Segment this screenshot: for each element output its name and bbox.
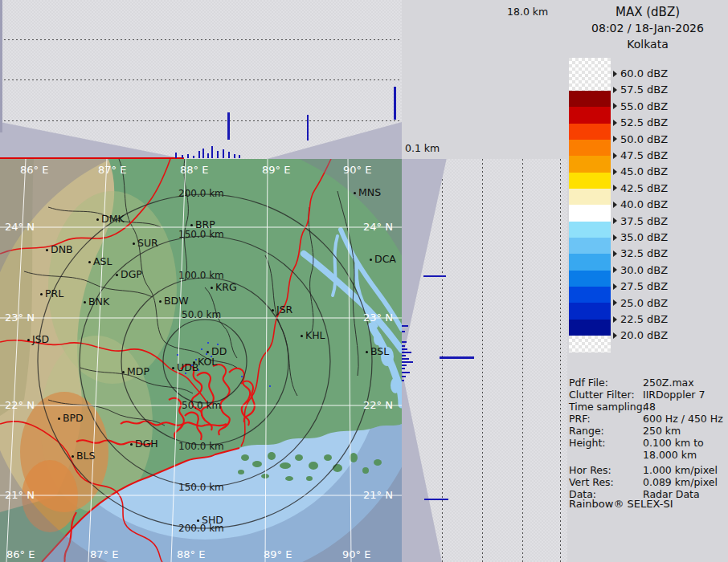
echo-height-bar [307,115,309,140]
legend-colorbar [569,58,611,353]
echo-height-bar [394,87,396,120]
legend-level-label: 47.5 dBZ [620,149,668,161]
echo-tick [402,376,406,377]
echo-tick [402,372,410,373]
echo-tick [402,331,405,332]
echo-tick [402,364,407,366]
station-dot [46,249,48,251]
info-label: Clutter Filter: [569,389,635,401]
level-marker-icon [613,87,617,93]
station-dot [301,335,303,337]
legend-level: 25.0 dBZ [613,297,668,309]
echo-tick [175,153,177,158]
station-label: BNK [88,297,109,307]
echo-tick [402,352,411,353]
legend-level: 42.5 dBZ [613,182,668,194]
latitude-label: 21° N [5,490,35,500]
legend-band [569,222,611,238]
height-gridline [442,159,443,562]
legend-level: 60.0 dBZ [613,67,668,79]
range-ring-label: 200.0 km [178,189,224,199]
info-value: 250Z.max [643,377,694,389]
station-label: BSL [370,347,389,356]
legend-level: 20.0 dBZ [613,329,668,341]
radar-echo-dot [206,353,207,355]
echo-tick [223,149,224,158]
info-value: 0.100 km to [643,437,704,449]
station-label: BRP [195,220,215,230]
level-marker-icon [613,267,617,273]
info-value: 0.089 km/pixel [643,476,718,488]
legend-level: 37.5 dBZ [613,215,668,227]
echo-tick [228,152,230,158]
station-dot [211,287,213,289]
radar-echo-dot [191,364,193,366]
echo-tick [193,156,194,158]
range-ring-label: 50.0 km [182,401,221,411]
radar-application-window: { "header": { "product": "MAX (dBZ)", "d… [0,0,728,562]
legend-level-label: 52.5 dBZ [620,116,668,128]
info-value: 18.000 km [643,449,697,461]
longitude-label: 88° E [177,549,205,560]
info-label: Data: [569,488,596,500]
legend-level-label: 57.5 dBZ [620,83,668,96]
legend-level-label: 55.0 dBZ [620,100,668,112]
info-label: Height: [569,437,606,449]
station-label: DNB [51,245,73,255]
legend-band-below-min [569,336,611,352]
echo-height-dash [424,499,448,500]
legend-level: 57.5 dBZ [613,83,668,96]
height-gridline [0,79,402,80]
echo-tick [239,155,240,158]
product-title: MAX (dBZ) [567,5,728,19]
level-marker-icon [613,316,617,323]
legend-level: 22.5 dBZ [613,313,668,325]
legend-band [569,124,611,140]
beam-blind-zone-bottom [402,369,444,562]
legend-band [569,238,611,254]
range-ring-label: 150.0 km [178,483,224,493]
echo-tick [202,149,204,158]
level-marker-icon [613,299,617,306]
station-label: SHD [202,515,223,525]
beam-blind-zone-right [267,120,402,159]
station-dot [190,224,193,226]
legend-band [569,107,611,123]
legend-level: 40.0 dBZ [613,198,668,210]
legend-level: 35.0 dBZ [613,231,668,243]
legend-band [569,189,611,205]
info-value: 250 km [643,425,681,437]
radar-echo-dot [185,373,186,374]
range-ring-label: 100.0 km [178,271,224,281]
station-dot [133,242,135,245]
echo-tick [402,368,405,369]
echo-tick [402,358,409,360]
info-value: 1.000 km/pixel [643,464,718,476]
echo-tick [402,341,407,343]
echo-tick [402,325,408,327]
station-label: JSD [32,335,49,344]
station-dot [197,519,199,522]
station-label: ASL [93,257,112,267]
radar-map-viewport[interactable]: 86° E87° E88° E89° E90° E86° E87° E88° E… [0,159,402,562]
station-dot [130,443,133,446]
height-gridline [0,120,402,121]
longitude-label: 87° E [98,165,126,175]
station-label: KRG [215,283,237,292]
station-dot [122,371,125,373]
station-label: BLS [76,451,95,461]
radar-echo-dot [211,356,212,357]
station-dot [370,259,372,261]
station-label: KOL [198,357,217,367]
longitude-label: 87° E [90,549,118,560]
longitude-label: 90° E [342,549,370,560]
level-marker-icon [613,250,617,257]
latitude-label: 23° N [363,312,393,323]
longitude-label: 86° E [6,549,35,560]
station-label: MDP [127,367,149,377]
legend-level: 50.0 dBZ [613,133,668,145]
info-label: Pdf File: [569,377,608,389]
echo-tick [217,151,219,158]
level-marker-icon [613,136,617,142]
level-marker-icon [613,103,617,109]
